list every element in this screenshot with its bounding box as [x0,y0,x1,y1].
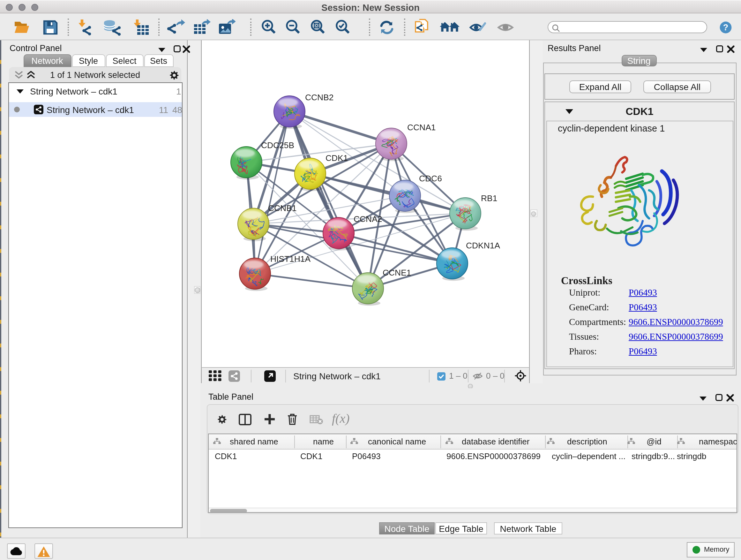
svg-text:CDC6: CDC6 [419,174,442,183]
svg-text:RB1: RB1 [481,193,497,203]
svg-text:CCNE1: CCNE1 [382,268,411,277]
svg-text:CDKN1A: CDKN1A [466,241,500,250]
svg-text:?: ? [723,23,729,32]
svg-text:CCNB2: CCNB2 [305,92,333,102]
svg-text:HIST1H1A: HIST1H1A [270,254,311,264]
svg-text:CDC25B: CDC25B [261,140,294,150]
svg-text:CCNA1: CCNA1 [407,123,435,132]
svg-text:CDK1: CDK1 [325,153,347,163]
svg-text:CCNB1: CCNB1 [268,203,296,213]
svg-text:CCNA2: CCNA2 [353,214,382,224]
